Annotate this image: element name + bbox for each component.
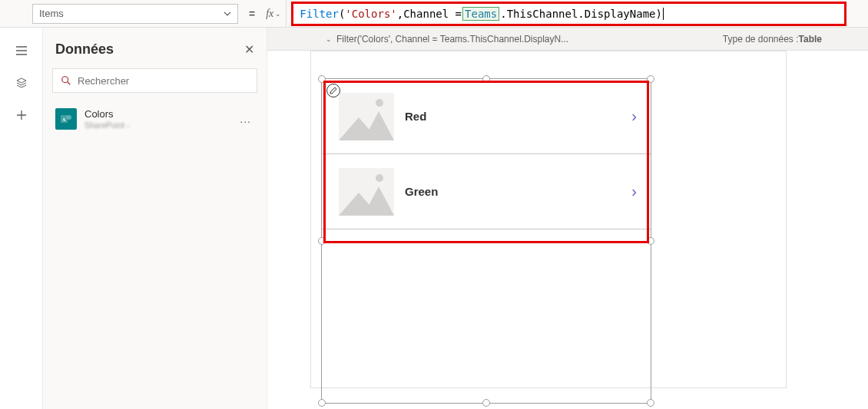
- svg-point-0: [62, 77, 68, 83]
- result-type: Type de données :Table: [723, 34, 868, 45]
- datasource-row[interactable]: s Colors SharePoint - ...: [52, 104, 257, 134]
- resize-handle[interactable]: [318, 399, 326, 407]
- image-placeholder-icon: [339, 168, 394, 216]
- result-left[interactable]: ⌄ Filter('Colors', Channel = Teams.ThisC…: [326, 34, 723, 45]
- svg-text:s: s: [63, 116, 65, 123]
- formula-bar-row: Items = fx ⌄ Filter('Colors', Channel = …: [0, 0, 868, 28]
- result-preview-text: Filter('Colors', Channel = Teams.ThisCha…: [336, 34, 568, 45]
- gallery-selection[interactable]: Red › Green ›: [321, 78, 651, 404]
- database-layers-icon[interactable]: [15, 77, 28, 89]
- gallery-item[interactable]: Red ›: [322, 79, 651, 154]
- search-icon: [61, 75, 71, 86]
- chevron-down-icon: [224, 10, 231, 18]
- canvas: Red › Green ›: [267, 51, 868, 409]
- chevron-right-icon[interactable]: ›: [631, 107, 637, 125]
- sharepoint-icon: s: [55, 108, 77, 130]
- property-selector[interactable]: Items: [32, 4, 238, 24]
- panel-title: Données: [55, 41, 114, 58]
- resize-handle[interactable]: [482, 75, 490, 83]
- gallery-item-label: Red: [405, 110, 621, 123]
- text-cursor: [663, 8, 664, 20]
- chevron-down-icon: ⌄: [326, 35, 332, 43]
- more-icon[interactable]: ...: [237, 113, 254, 125]
- plus-icon[interactable]: [15, 109, 28, 121]
- resize-handle[interactable]: [482, 399, 490, 407]
- property-selector-value: Items: [39, 8, 64, 19]
- equals-label: =: [244, 8, 260, 20]
- resize-handle[interactable]: [318, 75, 326, 83]
- search-box[interactable]: [52, 68, 257, 93]
- gallery-item-label: Green: [405, 185, 621, 198]
- edit-icon[interactable]: [326, 84, 340, 97]
- search-input[interactable]: [78, 75, 249, 87]
- datasource-subtitle: SharePoint -: [84, 120, 229, 130]
- fx-label[interactable]: fx ⌄: [266, 0, 287, 27]
- resize-handle[interactable]: [647, 237, 654, 245]
- gallery-item[interactable]: Green ›: [322, 154, 651, 229]
- chevron-right-icon[interactable]: ›: [631, 183, 637, 200]
- data-panel: Données ✕ s Colors SharePoint - ...: [43, 28, 267, 409]
- left-rail: [0, 28, 43, 409]
- image-placeholder-icon: [339, 93, 394, 140]
- chevron-down-icon: ⌄: [275, 10, 281, 18]
- formula-input[interactable]: Filter('Colors', Channel = Teams.ThisCha…: [293, 3, 845, 25]
- resize-handle[interactable]: [647, 75, 654, 83]
- datasource-name: Colors: [84, 108, 229, 120]
- resize-handle[interactable]: [647, 399, 654, 407]
- hamburger-icon[interactable]: [15, 45, 28, 57]
- close-icon[interactable]: ✕: [244, 42, 254, 57]
- panel-header: Données ✕: [52, 37, 257, 68]
- resize-handle[interactable]: [318, 237, 326, 245]
- svg-point-3: [67, 115, 71, 120]
